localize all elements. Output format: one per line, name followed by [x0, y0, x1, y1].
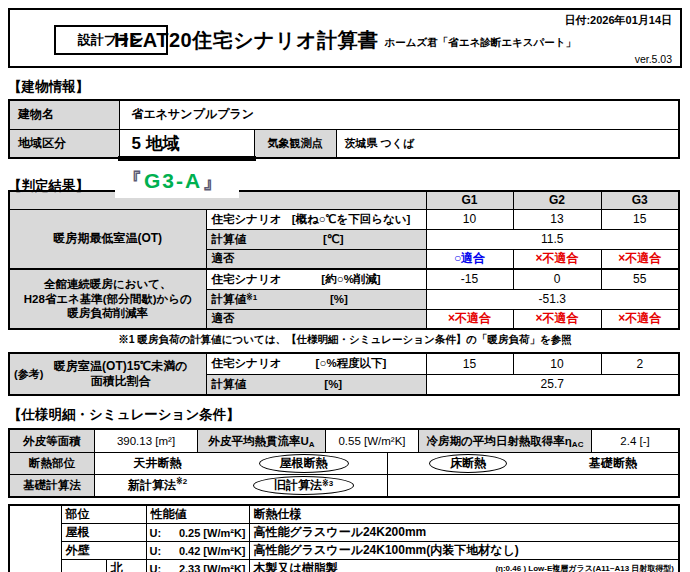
calc-unit: [%] [330, 293, 348, 305]
part-ceiling: 天井断熱 [134, 455, 182, 472]
load-scenario-label: 住宅シナリオ[約○%削減] [206, 269, 426, 289]
foundation-method-options: 新計算法※2 旧計算法※3 [95, 475, 388, 496]
envelope-area-value: 390.13 [m²] [95, 430, 198, 452]
report-title: HEAT20住宅シナリオ計算書 [114, 27, 379, 54]
reference-scenario-label: 住宅シナリオ[○%程度以下] [206, 353, 426, 374]
insulation-parts-right: 床断熱 基礎断熱 [388, 453, 678, 474]
scenario-name: 住宅シナリオ [212, 212, 282, 227]
heating-judge-label: 適否 [206, 249, 426, 269]
part-roof-circled: 屋根断熱 [259, 454, 349, 473]
judgment-section-header: 【判定結果】 『G3-A』 [8, 167, 682, 198]
load-calc-value: -51.3 [426, 289, 679, 309]
method-new-text: 新計算法 [128, 478, 176, 492]
load-scenario-g1: -15 [426, 269, 513, 289]
scenario-condition: [約○%削減] [321, 272, 380, 287]
u-value: 0.42 [W/m²K] [179, 545, 246, 557]
calc-unit: [℃] [323, 232, 344, 246]
grade-close-bracket: 』 [202, 169, 225, 192]
heating-scenario-label: 住宅シナリオ[概ね○℃を下回らない] [206, 209, 426, 229]
insulation-parts-left: 天井断熱 屋根断熱 [95, 453, 388, 474]
calc-footnote-mark: ※1 [246, 293, 257, 302]
building-name-label: 建物名 [9, 100, 119, 129]
reference-scenario-g2: 10 [513, 353, 601, 374]
col-header-spec: 断熱仕様 [249, 505, 679, 524]
spec-section-title: 【仕様明細・シミュレーション条件】 [8, 406, 682, 424]
grade-value: G3-A [144, 169, 202, 192]
north-u-value: U:2.33 [W/m²K] [146, 560, 249, 572]
part-floor: 床断熱 [450, 455, 486, 472]
reference-label-cell: (参考) 暖房室温(OT)15℃未満の 面積比割合 [9, 353, 206, 395]
table-row: 基礎計算法 新計算法※2 旧計算法※3 [10, 474, 678, 496]
table-row: 部位 性能値 断熱仕様 [9, 505, 679, 524]
method-new-mark: ※2 [176, 475, 187, 486]
u-value: 0.25 [W/m²K] [179, 527, 246, 539]
heating-calc-value: 11.5 [426, 229, 679, 249]
calc-name: 計算値 [212, 292, 247, 307]
part-floor-circled: 床断熱 [429, 454, 507, 473]
u-label: U: [150, 545, 162, 557]
building-name-value: 省エネサンプルプラン [119, 100, 679, 129]
wall-spec: 高性能グラスウール24K100mm(内装下地材なし) [249, 542, 679, 560]
spec-table: 外皮等面積 390.13 [m²] 外皮平均熱貫流率UA 0.55 [W/m²K… [8, 428, 680, 498]
ua-label: 外皮平均熱貫流率UA [198, 430, 326, 452]
part-roof: 屋根断熱 [280, 455, 328, 472]
envelope-area-label: 外皮等面積 [10, 430, 95, 452]
spec-text: 高性能グラスウール24K100mm(内装下地材なし) [254, 542, 519, 559]
u-value: 2.33 [W/m²K] [179, 563, 246, 572]
roof-u-value: U:0.25 [W/m²K] [146, 524, 249, 542]
region-underline-mark [118, 156, 256, 161]
load-judge-g1: ×不適合 [426, 309, 513, 329]
table-row: 屋根 U:0.25 [W/m²K] 高性能グラスウール24K200mm [9, 524, 679, 542]
table-row: 暖房期最低室温(OT) 住宅シナリオ[概ね○℃を下回らない] 10 13 15 [9, 209, 679, 229]
table-row: 地域区分 5 地域 気象観測点 茨城県 つくば [9, 129, 679, 158]
reference-table: (参考) 暖房室温(OT)15℃未満の 面積比割合 住宅シナリオ[○%程度以下]… [8, 352, 680, 396]
glass-note: (η:0.46 ) Low-E複層ガラス(A11~A13 日射取得型) [495, 563, 674, 572]
region-label: 地域区分 [9, 129, 119, 158]
report-date: 日付:2026年01月14日 [564, 13, 672, 28]
spec-text: 木製又は樹脂製 [254, 560, 338, 572]
col-header-performance: 性能値 [146, 505, 249, 524]
report-page: 日付:2026年01月14日 設計プラン HEAT20住宅シナリオ計算書 ホーム… [0, 0, 690, 572]
load-calc-label: 計算値※1[%] [206, 289, 426, 309]
foundation-method-label: 基礎計算法 [10, 475, 95, 496]
load-judge-label: 適否 [206, 309, 426, 329]
insulation-parts-label: 断熱部位 [10, 453, 95, 474]
eta-label-text: 冷房期の平均日射熱取得率η [427, 434, 572, 449]
grade-badge: 『G3-A』 [115, 167, 239, 198]
heating-judge-g1: ○適合 [426, 249, 513, 269]
table-row: 建物名 省エネサンプルプラン [9, 100, 679, 129]
table-row: 全館連続暖房において、 H28省エネ基準(部分間歇)からの 暖房負荷削減率 住宅… [9, 269, 679, 289]
heating-judge-g3: ×不適合 [601, 249, 679, 269]
report-version: ver.5.03 [635, 53, 672, 65]
part-foundation: 基礎断熱 [589, 455, 637, 472]
north-spec: 木製又は樹脂製(η:0.46 ) Low-E複層ガラス(A11~A13 日射取得… [249, 560, 679, 572]
ua-label-subscript: A [309, 440, 315, 452]
heating-scenario-g2: 13 [513, 209, 601, 229]
reference-scenario-g3: 2 [601, 353, 679, 374]
ua-value: 0.55 [W/m²K] [326, 430, 419, 452]
eta-label-subscript: AC [572, 440, 584, 452]
wall-u-value: U:0.42 [W/m²K] [146, 542, 249, 560]
opening-group-cell: 開口 [61, 560, 106, 572]
report-header: 日付:2026年01月14日 設計プラン HEAT20住宅シナリオ計算書 ホーム… [8, 8, 682, 68]
eta-label: 冷房期の平均日射熱取得率ηAC [419, 430, 592, 452]
calc-name: 計算値 [212, 377, 247, 392]
materials-table: 部位 性能値 断熱仕様 屋根 U:0.25 [W/m²K] 高性能グラスウール2… [8, 504, 680, 572]
eta-value: 2.4 [-] [592, 430, 678, 452]
scenario-condition: [概ね○℃を下回らない] [292, 212, 411, 227]
report-title-row: HEAT20住宅シナリオ計算書 ホームズ君「省エネ診断エキスパート」 [10, 27, 680, 54]
part-wall-row-label: 外壁 [61, 542, 146, 560]
reference-calc-label: 計算値[%] [206, 374, 426, 395]
building-info-table: 建物名 省エネサンプルプラン 地域区分 5 地域 気象観測点 茨城県 つくば [8, 99, 680, 159]
method-old-text: 旧計算法 [274, 477, 322, 494]
load-reduction-label: 全館連続暖房において、 H28省エネ基準(部分間歇)からの 暖房負荷削減率 [9, 269, 206, 329]
heating-scenario-g1: 10 [426, 209, 513, 229]
judgment-footnote: ※1 暖房負荷の計算値については、【仕様明細・シミュレーション条件】の「暖房負荷… [8, 333, 682, 347]
direction-north-label: 北 [106, 560, 146, 572]
judgment-section-title: 【判定結果】 [8, 177, 89, 198]
calc-name: 計算値 [212, 232, 247, 247]
table-row: 断熱部位 天井断熱 屋根断熱 床断熱 基礎断熱 [10, 452, 678, 474]
load-judge-g2: ×不適合 [513, 309, 601, 329]
heating-scenario-g3: 15 [601, 209, 679, 229]
load-judge-g3: ×不適合 [601, 309, 679, 329]
